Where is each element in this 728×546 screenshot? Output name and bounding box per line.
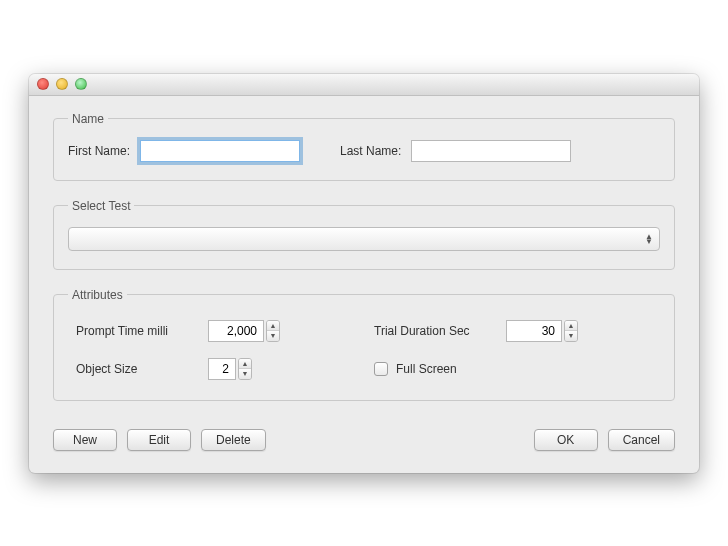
edit-button[interactable]: Edit (127, 429, 191, 451)
attributes-legend: Attributes (68, 288, 127, 302)
close-icon[interactable] (37, 78, 49, 90)
name-legend: Name (68, 112, 108, 126)
object-size-label: Object Size (76, 362, 196, 376)
minimize-icon[interactable] (56, 78, 68, 90)
prompt-time-stepper[interactable]: ▲ ▼ (208, 320, 280, 342)
select-test-legend: Select Test (68, 199, 134, 213)
object-size-input[interactable] (208, 358, 236, 380)
stepper-down-icon[interactable]: ▼ (239, 369, 251, 379)
stepper-down-icon[interactable]: ▼ (565, 331, 577, 341)
name-group: Name First Name: Last Name: (53, 112, 675, 181)
prompt-time-input[interactable] (208, 320, 264, 342)
attributes-group: Attributes Prompt Time milli ▲ ▼ Trial D… (53, 288, 675, 401)
stepper-up-icon[interactable]: ▲ (565, 321, 577, 332)
dialog-window: Name First Name: Last Name: Select Test … (29, 74, 699, 473)
full-screen-checkbox[interactable] (374, 362, 388, 376)
last-name-input[interactable] (411, 140, 571, 162)
stepper-down-icon[interactable]: ▼ (267, 331, 279, 341)
button-row: New Edit Delete OK Cancel (53, 429, 675, 451)
select-test-group: Select Test ▲▼ (53, 199, 675, 270)
titlebar (29, 74, 699, 96)
full-screen-label: Full Screen (396, 362, 516, 376)
cancel-button[interactable]: Cancel (608, 429, 675, 451)
object-size-stepper[interactable]: ▲ ▼ (208, 358, 252, 380)
trial-duration-input[interactable] (506, 320, 562, 342)
new-button[interactable]: New (53, 429, 117, 451)
prompt-time-label: Prompt Time milli (76, 324, 196, 338)
select-test-dropdown[interactable]: ▲▼ (68, 227, 660, 251)
zoom-icon[interactable] (75, 78, 87, 90)
stepper-up-icon[interactable]: ▲ (239, 359, 251, 370)
first-name-label: First Name: (68, 144, 130, 158)
content-area: Name First Name: Last Name: Select Test … (29, 96, 699, 473)
last-name-label: Last Name: (340, 144, 401, 158)
first-name-input[interactable] (140, 140, 300, 162)
stepper-up-icon[interactable]: ▲ (267, 321, 279, 332)
trial-duration-stepper[interactable]: ▲ ▼ (506, 320, 578, 342)
trial-duration-label: Trial Duration Sec (374, 324, 494, 338)
ok-button[interactable]: OK (534, 429, 598, 451)
chevron-up-down-icon: ▲▼ (645, 234, 653, 244)
delete-button[interactable]: Delete (201, 429, 266, 451)
